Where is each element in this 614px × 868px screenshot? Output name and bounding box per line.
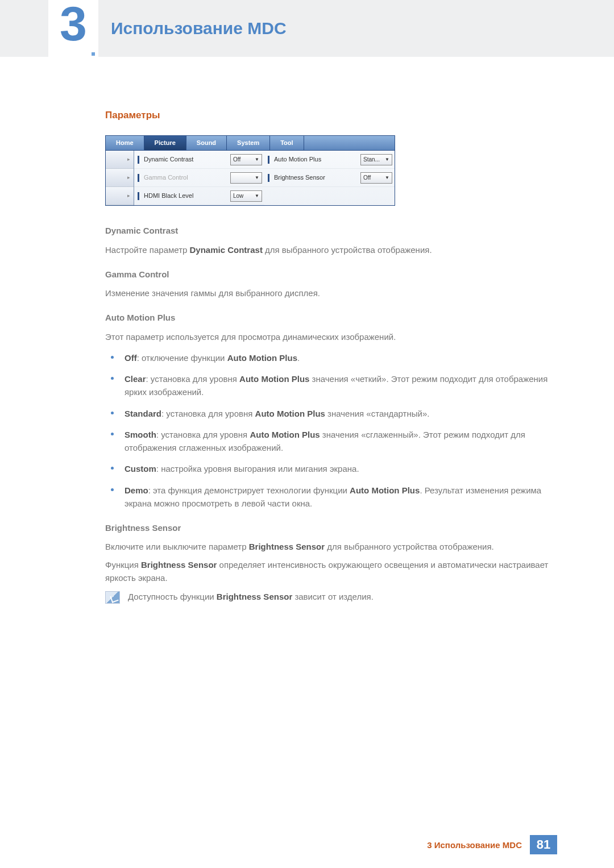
text-bold: Custom bbox=[125, 464, 156, 474]
row-label: HDMI Black Level bbox=[144, 191, 228, 201]
text: . bbox=[297, 353, 300, 363]
text-brightness-sensor-2: Функция Brightness Sensor определяет инт… bbox=[105, 558, 551, 585]
dropdown-brightness-sensor[interactable]: Off ▼ bbox=[360, 172, 392, 184]
dropdown-value: Stan... bbox=[363, 155, 380, 164]
text: для выбранного устройства отображения. bbox=[325, 542, 494, 551]
panel-tabs: Home Picture Sound System Tool bbox=[106, 136, 395, 151]
chevron-down-icon: ▼ bbox=[255, 175, 259, 181]
note-icon bbox=[105, 591, 120, 604]
text-bold: Auto Motion Plus bbox=[250, 430, 320, 439]
row-gamma-control: Gamma Control ▼ bbox=[134, 169, 264, 187]
row-marker-icon bbox=[268, 174, 269, 182]
list-item: Off: отключение функции Auto Motion Plus… bbox=[105, 351, 551, 364]
chapter-title: Использование MDC bbox=[111, 19, 287, 38]
text-bold: Standard bbox=[125, 409, 161, 418]
text-bold: Auto Motion Plus bbox=[255, 409, 325, 418]
dropdown-value: Low bbox=[233, 192, 243, 201]
chapter-number: 3 bbox=[60, 0, 87, 48]
left-arrow-button[interactable]: ▸ bbox=[106, 151, 134, 169]
row-brightness-sensor: Brightness Sensor Off ▼ bbox=[264, 169, 395, 187]
text: Настройте параметр bbox=[105, 245, 190, 255]
left-arrow-button[interactable]: ▸ bbox=[106, 187, 134, 205]
row-label: Auto Motion Plus bbox=[274, 155, 358, 164]
panel-right-col: Auto Motion Plus Stan... ▼ Brightness Se… bbox=[264, 151, 395, 205]
note-text: Доступность функции Brightness Sensor за… bbox=[128, 590, 374, 603]
page-header: 3 Использование MDC bbox=[0, 0, 614, 57]
text-bold: Auto Motion Plus bbox=[239, 374, 309, 384]
heading-brightness-sensor: Brightness Sensor bbox=[105, 521, 551, 534]
text-bold: Off bbox=[125, 353, 137, 363]
text-bold: Auto Motion Plus bbox=[227, 353, 297, 363]
tab-system[interactable]: System bbox=[227, 136, 270, 150]
panel-left-col: ▸ ▸ ▸ bbox=[106, 151, 134, 205]
row-marker-icon bbox=[138, 192, 139, 200]
dropdown-gamma-control: ▼ bbox=[230, 172, 262, 184]
list-item: Custom: настройка уровня выгорания или м… bbox=[105, 462, 551, 475]
list-item: Standard: установка для уровня Auto Moti… bbox=[105, 407, 551, 420]
row-label: Dynamic Contrast bbox=[144, 155, 228, 164]
row-label: Brightness Sensor bbox=[274, 173, 358, 182]
text-bold: Demo bbox=[125, 485, 148, 495]
text: для выбранного устройства отображения. bbox=[263, 245, 432, 255]
row-label: Gamma Control bbox=[144, 173, 228, 182]
text: : эта функция демонстрирует технологии ф… bbox=[148, 485, 350, 495]
text: Доступность функции bbox=[128, 592, 217, 601]
text-dynamic-contrast: Настройте параметр Dynamic Contrast для … bbox=[105, 243, 551, 256]
text-bold: Brightness Sensor bbox=[141, 560, 217, 570]
text-auto-motion-plus-intro: Этот параметр используется для просмотра… bbox=[105, 330, 551, 343]
footer-page-number: 81 bbox=[530, 835, 557, 854]
text-gamma-control: Изменение значения гаммы для выбранного … bbox=[105, 286, 551, 300]
dropdown-value: Off bbox=[363, 173, 371, 182]
list-item: Clear: установка для уровня Auto Motion … bbox=[105, 372, 551, 399]
tab-sound[interactable]: Sound bbox=[186, 136, 227, 150]
text-bold: Smooth bbox=[125, 430, 156, 439]
text: : установка для уровня bbox=[156, 430, 250, 439]
row-marker-icon bbox=[268, 156, 269, 164]
note: Доступность функции Brightness Sensor за… bbox=[105, 590, 551, 604]
heading-dynamic-contrast: Dynamic Contrast bbox=[105, 224, 551, 237]
settings-panel: Home Picture Sound System Tool ▸ ▸ ▸ Dyn… bbox=[105, 135, 395, 206]
chevron-down-icon: ▼ bbox=[255, 156, 259, 163]
tab-picture[interactable]: Picture bbox=[144, 136, 186, 150]
auto-motion-plus-list: Off: отключение функции Auto Motion Plus… bbox=[105, 351, 551, 510]
list-item: Smooth: установка для уровня Auto Motion… bbox=[105, 428, 551, 455]
text-brightness-sensor-1: Включите или выключите параметр Brightne… bbox=[105, 540, 551, 553]
row-hdmi-black-level: HDMI Black Level Low ▼ bbox=[134, 187, 264, 205]
footer-chapter-text: 3 Использование MDC bbox=[427, 840, 522, 850]
text: зависит от изделия. bbox=[292, 592, 374, 601]
chevron-down-icon: ▼ bbox=[255, 193, 259, 200]
text: значения «стандартный». bbox=[325, 409, 430, 418]
dropdown-value: Off bbox=[233, 155, 240, 164]
text: : установка для уровня bbox=[146, 374, 240, 384]
text: Функция bbox=[105, 560, 141, 570]
text-bold: Brightness Sensor bbox=[249, 542, 325, 551]
heading-auto-motion-plus: Auto Motion Plus bbox=[105, 311, 551, 324]
tab-home[interactable]: Home bbox=[106, 136, 144, 150]
dropdown-auto-motion-plus[interactable]: Stan... ▼ bbox=[360, 154, 392, 165]
text: : настройка уровня выгорания или мигания… bbox=[156, 464, 359, 474]
dropdown-dynamic-contrast[interactable]: Off ▼ bbox=[230, 154, 262, 165]
dropdown-hdmi-black-level[interactable]: Low ▼ bbox=[230, 190, 262, 202]
row-dynamic-contrast: Dynamic Contrast Off ▼ bbox=[134, 151, 264, 169]
chevron-down-icon: ▼ bbox=[385, 175, 389, 181]
text-bold: Brightness Sensor bbox=[217, 592, 292, 601]
text: Включите или выключите параметр bbox=[105, 542, 249, 551]
text-bold: Clear bbox=[125, 374, 146, 384]
row-marker-icon bbox=[138, 156, 139, 164]
text: : установка для уровня bbox=[161, 409, 255, 418]
decor-square bbox=[92, 52, 95, 56]
list-item: Demo: эта функция демонстрирует технолог… bbox=[105, 484, 551, 510]
text: : отключение функции bbox=[137, 353, 227, 363]
text-bold: Auto Motion Plus bbox=[350, 485, 420, 495]
heading-gamma-control: Gamma Control bbox=[105, 268, 551, 281]
left-arrow-button[interactable]: ▸ bbox=[106, 169, 134, 187]
tab-tool[interactable]: Tool bbox=[270, 136, 304, 150]
chevron-down-icon: ▼ bbox=[385, 156, 389, 163]
section-title: Параметры bbox=[105, 108, 551, 123]
page-footer: 3 Использование MDC 81 bbox=[427, 835, 557, 854]
panel-mid-col: Dynamic Contrast Off ▼ Gamma Control ▼ bbox=[134, 151, 264, 205]
row-auto-motion-plus: Auto Motion Plus Stan... ▼ bbox=[264, 151, 395, 169]
row-marker-icon bbox=[138, 174, 139, 182]
chapter-tab: 3 bbox=[48, 0, 98, 57]
text-bold: Dynamic Contrast bbox=[190, 245, 263, 255]
